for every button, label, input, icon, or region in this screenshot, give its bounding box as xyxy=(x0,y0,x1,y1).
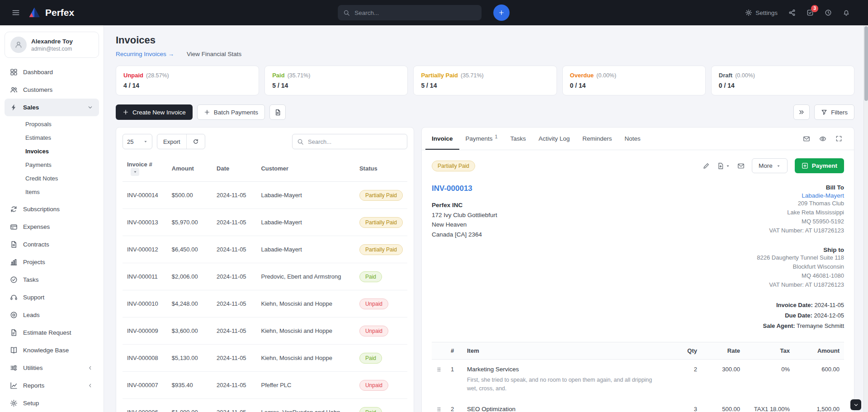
invoice-row[interactable]: INV-000014$500.002024-11-05Labadie-Mayer… xyxy=(123,182,407,209)
user-profile-card[interactable]: Alexandre Toy admin@test.com xyxy=(5,32,99,58)
more-dropdown-button[interactable]: More xyxy=(752,158,788,173)
sidebar-subitem-proposals[interactable]: Proposals xyxy=(5,117,99,131)
invoice-date: 2024-11-05 xyxy=(212,263,256,290)
invoice-row[interactable]: INV-000008$5,130.002024-11-05Kiehn, Mosc… xyxy=(123,345,407,372)
collapse-panel-button[interactable] xyxy=(793,104,810,120)
brand-logo[interactable]: Perfex xyxy=(28,6,74,19)
column-header-customer: Customer xyxy=(256,156,354,182)
global-search-input[interactable] xyxy=(354,9,476,16)
tab-invoice[interactable]: Invoice xyxy=(425,128,459,150)
scroll-down-button[interactable] xyxy=(850,399,861,410)
recurring-invoices-link[interactable]: Recurring Invoices → xyxy=(116,51,174,57)
status-badge: Paid xyxy=(359,353,382,364)
share-icon[interactable] xyxy=(788,9,796,16)
projects-icon xyxy=(10,258,18,266)
sidebar-item-tasks[interactable]: Tasks xyxy=(5,271,99,289)
tab-tasks[interactable]: Tasks xyxy=(504,128,533,150)
sidebar-item-contracts[interactable]: Contracts xyxy=(5,236,99,253)
batch-payments-button[interactable]: Batch Payments xyxy=(197,104,265,120)
view-financial-stats-link[interactable]: View Financial Stats xyxy=(187,51,241,57)
sidebar-item-estimate-request[interactable]: Estimate Request xyxy=(5,324,99,341)
item-qty: 3 xyxy=(665,399,702,412)
sidebar-item-reports[interactable]: Reports xyxy=(5,377,99,394)
page-size-select[interactable]: 25 xyxy=(123,134,152,149)
invoice-number-link[interactable]: INV-000013 xyxy=(432,184,472,193)
sidebar-item-label: Knowledge Base xyxy=(23,347,69,354)
vertical-scrollbar[interactable] xyxy=(863,25,868,412)
drag-handle-icon[interactable] xyxy=(432,399,446,412)
drag-handle-icon[interactable] xyxy=(432,360,446,399)
scrollbar-thumb[interactable] xyxy=(864,26,868,101)
tab-label: Reminders xyxy=(582,135,612,142)
tab-notes[interactable]: Notes xyxy=(618,128,647,150)
stat-card-overdue[interactable]: Overdue(0.00%)0 / 14 xyxy=(562,66,706,95)
table-search-input[interactable] xyxy=(308,138,402,145)
invoice-row[interactable]: INV-000007$935.402024-11-05Pfeffer PLCUn… xyxy=(123,372,407,399)
sidebar-item-customers[interactable]: Customers xyxy=(5,81,99,99)
refresh-button[interactable] xyxy=(187,134,205,149)
download-pdf-button[interactable] xyxy=(717,162,730,170)
invoice-row[interactable]: INV-000010$4,248.002024-11-05Kiehn, Mosc… xyxy=(123,290,407,317)
detail-tabbar: InvoicePayments1TasksActivity LogReminde… xyxy=(422,128,854,150)
fullscreen-icon[interactable] xyxy=(835,135,842,142)
column-sort-button[interactable] xyxy=(131,168,139,176)
invoice-row[interactable]: INV-000012$6,450.002024-11-05Labadie-May… xyxy=(123,236,407,263)
items-column-tax: Tax xyxy=(745,342,794,360)
item-rate: 500.00 xyxy=(702,399,745,412)
sidebar-item-setup[interactable]: Setup xyxy=(5,394,99,412)
sidebar-subitem-invoices[interactable]: Invoices xyxy=(5,144,99,158)
email-invoice-icon[interactable] xyxy=(803,135,810,142)
notifications-bell-icon[interactable] xyxy=(843,9,850,16)
stat-card-draft[interactable]: Draft(0.00%)0 / 14 xyxy=(711,66,854,95)
sidebar-subitem-credit-notes[interactable]: Credit Notes xyxy=(5,171,99,185)
invoice-row[interactable]: INV-000006$1,000.002024-11-05Legros, Von… xyxy=(123,399,407,412)
create-new-invoice-button[interactable]: Create New Invoice xyxy=(116,104,193,120)
status-badge: Paid xyxy=(359,407,382,412)
sidebar-item-support[interactable]: Support xyxy=(5,289,99,306)
invoice-row[interactable]: INV-000009$3,600.002024-11-05Kiehn, Mosc… xyxy=(123,317,407,345)
invoice-row[interactable]: INV-000011$2,006.002024-11-05Predovic, E… xyxy=(123,263,407,290)
preview-eye-icon[interactable] xyxy=(819,135,826,142)
invoice-status: Partially Paid xyxy=(355,236,407,263)
menu-toggle-icon[interactable] xyxy=(12,9,20,17)
filters-button[interactable]: Filters xyxy=(814,104,854,120)
stat-value: 4 / 14 xyxy=(123,82,251,89)
add-payment-button[interactable]: Payment xyxy=(795,158,844,173)
invoice-row[interactable]: INV-000013$5,970.002024-11-05Labadie-May… xyxy=(123,209,407,236)
sidebar-item-expenses[interactable]: Expenses xyxy=(5,218,99,236)
send-email-icon[interactable] xyxy=(737,162,745,170)
sidebar-item-leads[interactable]: Leads xyxy=(5,306,99,324)
stat-card-partially-paid[interactable]: Partially Paid(35.71%)5 / 14 xyxy=(413,66,557,95)
invoices-report-button[interactable] xyxy=(269,104,286,120)
status-badge: Partially Paid xyxy=(359,244,403,255)
stat-card-paid[interactable]: Paid(35.71%)5 / 14 xyxy=(264,66,408,95)
quick-create-button[interactable] xyxy=(493,5,509,21)
sidebar-item-sales[interactable]: Sales xyxy=(5,99,99,116)
sidebar-item-utilities[interactable]: Utilities xyxy=(5,359,99,377)
sidebar-subitem-payments[interactable]: Payments xyxy=(5,158,99,171)
utilities-icon xyxy=(10,364,18,372)
sidebar-item-dashboard[interactable]: Dashboard xyxy=(5,63,99,81)
export-button[interactable]: Export xyxy=(157,134,186,149)
sidebar-subitem-items[interactable]: Items xyxy=(5,185,99,199)
sidebar-item-subscriptions[interactable]: Subscriptions xyxy=(5,200,99,218)
tab-reminders[interactable]: Reminders xyxy=(576,128,618,150)
item-cell: Marketing ServicesFirst, she tried to sp… xyxy=(462,360,665,399)
sidebar-item-projects[interactable]: Projects xyxy=(5,253,99,271)
stat-label: Paid(35.71%) xyxy=(272,72,400,79)
invoice-items-table: #ItemQtyRateTaxAmount 1Marketing Service… xyxy=(432,342,844,412)
stat-value: 0 / 14 xyxy=(719,82,847,89)
tab-payments[interactable]: Payments1 xyxy=(459,128,504,150)
bill-to-customer-link[interactable]: Labadie-Mayert xyxy=(690,192,844,199)
settings-button[interactable]: Settings xyxy=(745,9,778,16)
tasks-icon[interactable]: 3 xyxy=(807,9,814,16)
table-search[interactable] xyxy=(292,134,407,149)
reminders-clock-icon[interactable] xyxy=(825,9,832,16)
sidebar-subitem-estimates[interactable]: Estimates xyxy=(5,131,99,144)
global-search[interactable] xyxy=(338,5,481,20)
company-address-line: New Heaven xyxy=(432,220,497,230)
stat-card-unpaid[interactable]: Unpaid(28.57%)4 / 14 xyxy=(116,66,259,95)
sidebar-item-knowledge-base[interactable]: Knowledge Base xyxy=(5,341,99,359)
tab-activity-log[interactable]: Activity Log xyxy=(532,128,576,150)
edit-invoice-icon[interactable] xyxy=(703,162,710,170)
